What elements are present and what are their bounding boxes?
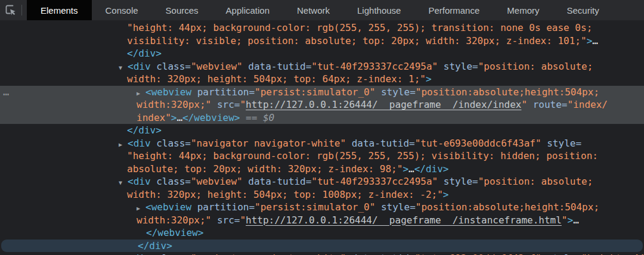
code-token: <div bbox=[128, 61, 151, 72]
code-token: </webview> bbox=[182, 112, 240, 123]
dom-tree-row[interactable]: ▼<div class="webview" data-tutid="tut-40… bbox=[0, 175, 644, 188]
code-token: > bbox=[426, 73, 432, 85]
dom-tree-row[interactable]: "height: 44px; background-color: rgb(255… bbox=[0, 21, 644, 35]
code-token bbox=[211, 214, 217, 226]
code-token bbox=[243, 61, 249, 72]
code-token: </div> bbox=[127, 48, 162, 59]
code-token bbox=[191, 86, 197, 98]
code-token: src= bbox=[217, 214, 240, 226]
code-token: data-tutid= bbox=[248, 61, 311, 72]
code-token: route= bbox=[533, 99, 568, 110]
code-token: absolute; top: 20px; width: 320px; z-ind… bbox=[127, 163, 402, 175]
tab-sources[interactable]: Sources bbox=[152, 0, 212, 20]
code-token: "tut-40f293337cc2495a" bbox=[311, 176, 438, 187]
code-token: </div> bbox=[127, 125, 162, 136]
code-token: > bbox=[587, 35, 593, 46]
dom-tree-row[interactable]: width:320px;" src="http://127.0.0.1:2644… bbox=[0, 214, 644, 227]
code-token: partition= bbox=[197, 86, 255, 98]
code-token: style= bbox=[381, 201, 416, 213]
disclosure-triangle-icon[interactable]: ▶ bbox=[137, 202, 145, 215]
dom-tree-row[interactable]: </div> bbox=[1, 240, 643, 253]
code-token: … bbox=[408, 163, 414, 175]
code-token: class= bbox=[156, 61, 191, 72]
code-token: <div bbox=[128, 253, 151, 255]
tab-network[interactable]: Network bbox=[283, 0, 343, 20]
dom-tree-row[interactable]: </webview> bbox=[0, 226, 644, 240]
tab-lighthouse[interactable]: Lighthouse bbox=[343, 0, 414, 20]
disclosure-triangle-icon[interactable]: ▼ bbox=[119, 61, 128, 74]
code-token: == $0 bbox=[240, 112, 274, 123]
code-token bbox=[375, 201, 381, 213]
tab-strip: ElementsConsoleSourcesApplicationNetwork… bbox=[27, 0, 613, 20]
resource-link[interactable]: http://127.0.0.1:26444/__pageframe__/ins… bbox=[246, 214, 562, 226]
code-token: "position: absolute; bbox=[478, 176, 593, 187]
code-token: style= bbox=[547, 253, 581, 255]
tab-performance[interactable]: Performance bbox=[414, 0, 493, 20]
code-token: "height: 44px; background-color: rgb(255… bbox=[127, 22, 592, 33]
code-token: src= bbox=[217, 99, 240, 110]
dom-tree-row[interactable]: width: 320px; height: 504px; top: 64px; … bbox=[0, 73, 644, 86]
dom-tree-row[interactable]: </div> bbox=[0, 124, 644, 137]
code-token: > bbox=[568, 214, 574, 226]
disclosure-triangle-icon[interactable]: ▶ bbox=[137, 87, 145, 100]
code-token: style= bbox=[381, 86, 416, 98]
code-token bbox=[541, 253, 547, 255]
tab-console[interactable]: Console bbox=[92, 0, 152, 20]
gutter-overflow-dots: … bbox=[3, 86, 10, 98]
dom-tree-row[interactable]: ▶<div class="navigator navigator-white" … bbox=[0, 137, 644, 150]
dom-tree-row[interactable]: visibility: visible; position: absolute;… bbox=[0, 35, 644, 48]
dom-tree: … "height: 44px; background-color: rgb(2… bbox=[0, 20, 644, 255]
tab-memory[interactable]: Memory bbox=[493, 0, 553, 20]
code-token: "persist:simulator_0" bbox=[255, 86, 375, 98]
code-token: <webview bbox=[145, 201, 191, 213]
tab-application[interactable]: Application bbox=[212, 0, 283, 20]
code-token: "tut-e693e00ddc6f43af" bbox=[415, 253, 541, 255]
resource-link[interactable]: http://127.0.0.1:26444/__pageframe__/ind… bbox=[246, 99, 521, 110]
code-token: style= bbox=[547, 138, 581, 149]
code-token: </div> bbox=[138, 240, 172, 251]
code-token: "position:absolute;height:504px; bbox=[416, 201, 599, 213]
dom-tree-row[interactable]: index">…</webview> == $0 bbox=[0, 111, 644, 125]
code-token: > bbox=[402, 163, 408, 175]
code-token: visibility: visible; position: absolute;… bbox=[127, 35, 587, 46]
code-token: "tut-e693e00ddc6f43af" bbox=[415, 138, 541, 149]
code-token bbox=[346, 253, 352, 255]
dom-tree-row[interactable]: </div> bbox=[0, 47, 644, 60]
code-token: </div> bbox=[414, 163, 449, 175]
code-token: class= bbox=[156, 176, 191, 187]
dom-tree-row[interactable]: ▶<div class="navigator navigator-white" … bbox=[0, 252, 644, 255]
code-token: "height: 44px; bbox=[581, 253, 644, 255]
code-token: " bbox=[562, 214, 568, 226]
code-token bbox=[541, 138, 547, 149]
dom-tree-row[interactable]: width: 320px; height: 504px; top: 1008px… bbox=[0, 188, 644, 201]
inspect-cursor-icon bbox=[5, 4, 17, 16]
code-token: </webview> bbox=[146, 227, 203, 238]
code-token bbox=[346, 138, 352, 149]
toolbar-divider bbox=[21, 5, 22, 15]
code-token: " bbox=[521, 99, 527, 110]
tab-security[interactable]: Security bbox=[553, 0, 612, 20]
code-token: style= bbox=[444, 61, 478, 72]
tab-elements[interactable]: Elements bbox=[27, 0, 92, 20]
dom-tree-row[interactable]: absolute; top: 20px; width: 320px; z-ind… bbox=[0, 163, 644, 176]
code-token bbox=[151, 176, 157, 187]
dom-tree-row[interactable]: ▶<webview partition="persist:simulator_0… bbox=[0, 201, 644, 214]
inspect-element-button[interactable] bbox=[0, 0, 21, 20]
code-token bbox=[191, 201, 197, 213]
dom-tree-row[interactable]: width:320px;" src="http://127.0.0.1:2644… bbox=[0, 98, 644, 111]
disclosure-triangle-icon[interactable]: ▶ bbox=[119, 138, 128, 151]
code-token: class= bbox=[156, 138, 191, 149]
code-token bbox=[527, 99, 533, 110]
dom-tree-row[interactable]: "height: 44px; background-color: rgb(255… bbox=[0, 150, 644, 163]
code-token: "navigator navigator-white" bbox=[191, 138, 346, 149]
dom-tree-row[interactable]: ▼<div class="webview" data-tutid="tut-40… bbox=[0, 60, 644, 73]
code-token: "navigator navigator-white" bbox=[191, 253, 346, 255]
code-token: data-tutid= bbox=[352, 138, 415, 149]
disclosure-triangle-icon[interactable]: ▼ bbox=[119, 176, 128, 189]
code-token: width: 320px; height: 504px; top: 64px; … bbox=[127, 73, 426, 85]
code-token: " bbox=[240, 214, 246, 226]
code-token: width: 320px; height: 504px; top: 1008px… bbox=[127, 189, 443, 200]
dom-tree-row[interactable]: ▶<webview partition="persist:simulator_0… bbox=[0, 86, 644, 99]
code-token: data-tutid= bbox=[248, 176, 311, 187]
code-token: "index/ bbox=[568, 99, 608, 110]
